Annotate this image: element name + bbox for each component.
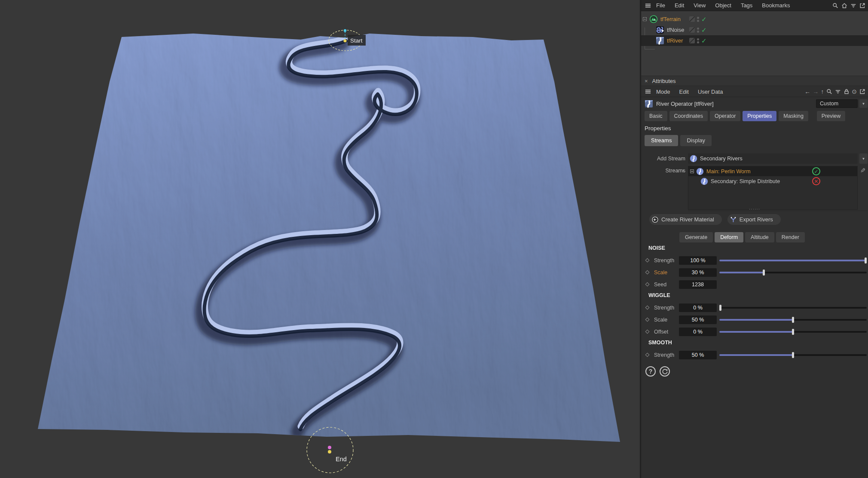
param-value-field[interactable]: 30 % bbox=[679, 268, 717, 277]
tab-masking[interactable]: Masking bbox=[779, 111, 808, 121]
tab-basic[interactable]: Basic bbox=[645, 111, 667, 121]
layer-toggle-icon[interactable] bbox=[689, 27, 695, 33]
edit-pencil-icon[interactable]: ✎ bbox=[860, 167, 866, 175]
tab-operator[interactable]: Operator bbox=[710, 111, 740, 121]
tab-preview[interactable]: Preview bbox=[817, 111, 845, 121]
mode-button-deform[interactable]: Deform bbox=[715, 232, 743, 242]
attr-menu-mode[interactable]: Mode bbox=[656, 89, 670, 95]
slider-handle[interactable] bbox=[763, 270, 765, 276]
attr-search-icon[interactable] bbox=[826, 89, 832, 95]
param-slider[interactable] bbox=[719, 307, 867, 309]
stream-disabled-icon[interactable]: ✕ bbox=[812, 177, 820, 185]
layer-toggle-icon[interactable] bbox=[689, 16, 695, 22]
tab-properties[interactable]: Properties bbox=[743, 111, 776, 121]
end-axis-handle[interactable] bbox=[328, 446, 331, 449]
viewport-3d[interactable]: Start End bbox=[0, 0, 639, 478]
param-value-field[interactable]: 50 % bbox=[679, 316, 717, 324]
param-value-field[interactable]: 0 % bbox=[679, 303, 717, 312]
tree-row-tfterrain[interactable]: tfTerrain✓ bbox=[641, 14, 868, 25]
enabled-check-icon[interactable]: ✓ bbox=[701, 37, 707, 44]
mode-button-render[interactable]: Render bbox=[776, 232, 805, 242]
forward-arrow-icon[interactable]: → bbox=[813, 89, 819, 95]
tab-coordinates[interactable]: Coordinates bbox=[669, 111, 708, 121]
terrain-mesh[interactable] bbox=[38, 34, 620, 442]
start-point-handle[interactable] bbox=[343, 39, 346, 42]
stream-enabled-icon[interactable]: ✓ bbox=[812, 167, 820, 175]
close-icon[interactable]: × bbox=[645, 78, 648, 84]
tree-row-tfriver[interactable]: tfRiver✓ bbox=[641, 35, 868, 46]
mode-button-generate[interactable]: Generate bbox=[679, 232, 713, 242]
param-slider[interactable] bbox=[719, 354, 867, 356]
back-arrow-icon[interactable]: ← bbox=[804, 89, 810, 95]
home-icon[interactable] bbox=[841, 2, 847, 9]
layer-toggle-icon[interactable] bbox=[689, 38, 695, 43]
export-rivers-button[interactable]: Export Rivers bbox=[727, 214, 781, 225]
menubar-item-view[interactable]: View bbox=[694, 2, 706, 9]
menubar-item-object[interactable]: Object bbox=[715, 2, 731, 9]
enabled-check-icon[interactable]: ✓ bbox=[701, 16, 707, 22]
add-stream-combo[interactable]: Secondary Rivers bbox=[688, 153, 858, 164]
keyframe-diamond-icon[interactable] bbox=[645, 270, 650, 275]
stream-expander-icon[interactable] bbox=[690, 169, 694, 173]
menubar-item-edit[interactable]: Edit bbox=[675, 2, 684, 9]
menubar-item-tags[interactable]: Tags bbox=[741, 2, 752, 9]
keyframe-diamond-icon[interactable] bbox=[645, 330, 650, 334]
enabled-check-icon[interactable]: ✓ bbox=[701, 27, 707, 33]
add-stream-dropdown-arrow[interactable]: ▼ bbox=[859, 153, 868, 164]
slider-handle[interactable] bbox=[865, 257, 867, 264]
param-value-field[interactable]: 100 % bbox=[679, 256, 717, 265]
resize-grip-dots[interactable]: ······ bbox=[641, 207, 868, 211]
expander-icon[interactable] bbox=[643, 17, 647, 21]
mode-button-altitude[interactable]: Altitude bbox=[745, 232, 774, 242]
preset-dropdown[interactable]: Custom bbox=[816, 99, 858, 108]
stream-row[interactable]: Secondary: Simple Distribute✕ bbox=[688, 176, 857, 186]
attr-menu-edit[interactable]: Edit bbox=[679, 89, 689, 95]
subtab-display[interactable]: Display bbox=[680, 135, 712, 146]
visibility-dots-icon[interactable] bbox=[697, 38, 699, 43]
param-value-field[interactable]: 50 % bbox=[679, 351, 717, 359]
reset-button[interactable] bbox=[660, 366, 670, 377]
slider-handle[interactable] bbox=[792, 329, 794, 335]
create-river-material-button[interactable]: Create River Material bbox=[649, 214, 722, 225]
hamburger-menu-icon[interactable] bbox=[645, 2, 651, 9]
menubar-item-file[interactable]: File bbox=[656, 2, 665, 9]
slider-handle[interactable] bbox=[719, 305, 721, 311]
param-slider[interactable] bbox=[719, 319, 867, 321]
add-stream-label: Add Stream bbox=[641, 156, 685, 162]
filter-icon[interactable] bbox=[850, 2, 856, 9]
param-slider[interactable] bbox=[719, 260, 867, 261]
keyframe-diamond-icon[interactable] bbox=[645, 318, 650, 322]
help-button[interactable]: ? bbox=[645, 366, 656, 377]
lock-icon[interactable] bbox=[843, 89, 850, 95]
slider-handle[interactable] bbox=[792, 317, 794, 323]
attr-menu-user-data[interactable]: User Data bbox=[698, 89, 723, 95]
start-axis-handle[interactable] bbox=[344, 29, 346, 32]
param-value-field[interactable]: 0 % bbox=[679, 328, 717, 336]
end-point-handle[interactable] bbox=[328, 450, 331, 453]
visibility-dots-icon[interactable] bbox=[697, 28, 699, 33]
track-record-icon[interactable]: ⊙ bbox=[852, 89, 857, 95]
preset-dropdown-arrow[interactable]: ▼ bbox=[859, 99, 868, 108]
keyframe-diamond-icon[interactable] bbox=[645, 282, 650, 287]
slider-fill bbox=[719, 260, 866, 261]
param-slider[interactable] bbox=[719, 272, 867, 273]
slider-handle[interactable] bbox=[792, 352, 794, 358]
new-window-icon[interactable] bbox=[859, 2, 865, 9]
stream-row[interactable]: Main: Perlin Worm✓ bbox=[688, 166, 857, 176]
param-label: Scale bbox=[654, 270, 667, 276]
keyframe-diamond-icon[interactable] bbox=[645, 353, 650, 357]
attr-new-window-icon[interactable] bbox=[859, 89, 865, 95]
up-arrow-icon[interactable]: ↑ bbox=[821, 89, 824, 95]
menubar-item-bookmarks[interactable]: Bookmarks bbox=[762, 2, 790, 9]
streams-twirl-icon[interactable]: › bbox=[682, 168, 684, 174]
keyframe-diamond-icon[interactable] bbox=[645, 306, 650, 310]
search-icon[interactable] bbox=[832, 2, 838, 9]
tree-row-tfnoise[interactable]: tfNoise✓ bbox=[641, 25, 868, 35]
attr-filter-icon[interactable] bbox=[834, 89, 841, 95]
attributes-hamburger-icon[interactable] bbox=[645, 89, 651, 95]
param-value-field[interactable]: 1238 bbox=[679, 280, 717, 289]
visibility-dots-icon[interactable] bbox=[697, 17, 699, 22]
param-slider[interactable] bbox=[719, 331, 867, 333]
keyframe-diamond-icon[interactable] bbox=[645, 258, 650, 263]
subtab-streams[interactable]: Streams bbox=[645, 135, 678, 146]
